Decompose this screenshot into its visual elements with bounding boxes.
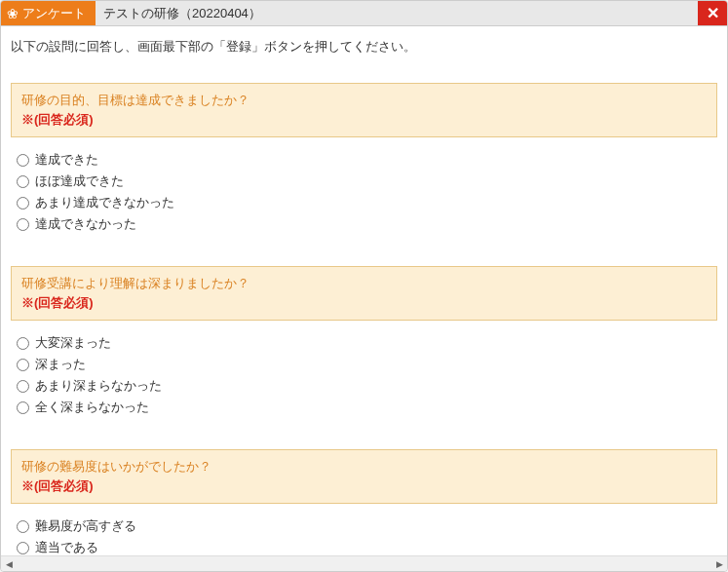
option-row: あまり達成できなかった bbox=[17, 192, 711, 213]
option-label[interactable]: 難易度が高すぎる bbox=[35, 517, 136, 535]
option-radio[interactable] bbox=[17, 154, 29, 167]
option-label[interactable]: 適当である bbox=[35, 539, 98, 555]
option-label[interactable]: 全く深まらなかった bbox=[35, 399, 149, 416]
option-label[interactable]: 深まった bbox=[35, 356, 86, 373]
option-radio[interactable] bbox=[17, 197, 29, 210]
option-row: 大変深まった bbox=[17, 332, 711, 354]
option-radio[interactable] bbox=[17, 218, 29, 231]
option-row: ほぼ達成できた bbox=[17, 171, 711, 192]
options-list: 大変深まった 深まった あまり深まらなかった 全く深まらなかった bbox=[11, 328, 717, 422]
option-label[interactable]: 達成できなかった bbox=[35, 215, 136, 233]
question-text: 研修の難易度はいかがでしたか？ bbox=[21, 458, 707, 476]
horizontal-scrollbar[interactable]: ◀ ▶ bbox=[1, 555, 727, 571]
question-text: 研修受講により理解は深まりましたか？ bbox=[21, 275, 707, 292]
option-label[interactable]: 達成できた bbox=[35, 151, 98, 169]
close-icon: ✕ bbox=[707, 4, 719, 22]
option-row: 難易度が高すぎる bbox=[17, 515, 711, 537]
required-label: ※(回答必須) bbox=[21, 477, 707, 495]
required-label: ※(回答必須) bbox=[21, 294, 707, 312]
option-row: 適当である bbox=[17, 537, 711, 555]
question-header: 研修の目的、目標は達成できましたか？ ※(回答必須) bbox=[11, 83, 717, 137]
option-row: 達成できた bbox=[17, 149, 711, 171]
option-row: あまり深まらなかった bbox=[17, 375, 711, 397]
option-label[interactable]: ほぼ達成できた bbox=[35, 172, 124, 190]
option-radio[interactable] bbox=[17, 175, 29, 188]
content: 以下の設問に回答し、画面最下部の「登録」ボタンを押してください。 研修の目的、目… bbox=[1, 26, 727, 555]
survey-icon: ❀ bbox=[7, 7, 19, 20]
question-block: 研修の難易度はいかがでしたか？ ※(回答必須) 難易度が高すぎる 適当である bbox=[11, 449, 717, 555]
option-radio[interactable] bbox=[17, 542, 29, 554]
scroll-track[interactable] bbox=[17, 557, 711, 571]
instruction-text: 以下の設問に回答し、画面最下部の「登録」ボタンを押してください。 bbox=[11, 38, 717, 56]
options-list: 難易度が高すぎる 適当である bbox=[11, 512, 717, 555]
option-radio[interactable] bbox=[17, 401, 29, 414]
header-badge: ❀ アンケート bbox=[1, 1, 96, 25]
option-radio[interactable] bbox=[17, 380, 29, 393]
option-row: 全く深まらなかった bbox=[17, 397, 711, 418]
scroll-right-arrow[interactable]: ▶ bbox=[711, 557, 727, 571]
header-bar: ❀ アンケート テストの研修（20220404） ✕ bbox=[1, 1, 727, 26]
content-scroll-area[interactable]: 以下の設問に回答し、画面最下部の「登録」ボタンを押してください。 研修の目的、目… bbox=[1, 26, 727, 555]
required-label: ※(回答必須) bbox=[21, 111, 707, 129]
option-label[interactable]: あまり深まらなかった bbox=[35, 377, 162, 395]
option-radio[interactable] bbox=[17, 359, 29, 371]
question-block: 研修の目的、目標は達成できましたか？ ※(回答必須) 達成できた ほぼ達成できた… bbox=[11, 83, 717, 239]
option-radio[interactable] bbox=[17, 337, 29, 350]
option-label[interactable]: 大変深まった bbox=[35, 334, 111, 352]
question-block: 研修受講により理解は深まりましたか？ ※(回答必須) 大変深まった 深まった あ… bbox=[11, 266, 717, 422]
options-list: 達成できた ほぼ達成できた あまり達成できなかった 達成できなかった bbox=[11, 145, 717, 239]
header-badge-label: アンケート bbox=[22, 5, 86, 22]
header-title: テストの研修（20220404） bbox=[96, 1, 698, 25]
question-header: 研修受講により理解は深まりましたか？ ※(回答必須) bbox=[11, 266, 717, 321]
option-radio[interactable] bbox=[17, 520, 29, 533]
option-row: 達成できなかった bbox=[17, 213, 711, 235]
close-button[interactable]: ✕ bbox=[698, 1, 727, 25]
option-row: 深まった bbox=[17, 354, 711, 375]
option-label[interactable]: あまり達成できなかった bbox=[35, 194, 174, 211]
scroll-left-arrow[interactable]: ◀ bbox=[1, 557, 17, 571]
question-text: 研修の目的、目標は達成できましたか？ bbox=[21, 92, 707, 109]
question-header: 研修の難易度はいかがでしたか？ ※(回答必須) bbox=[11, 449, 717, 504]
